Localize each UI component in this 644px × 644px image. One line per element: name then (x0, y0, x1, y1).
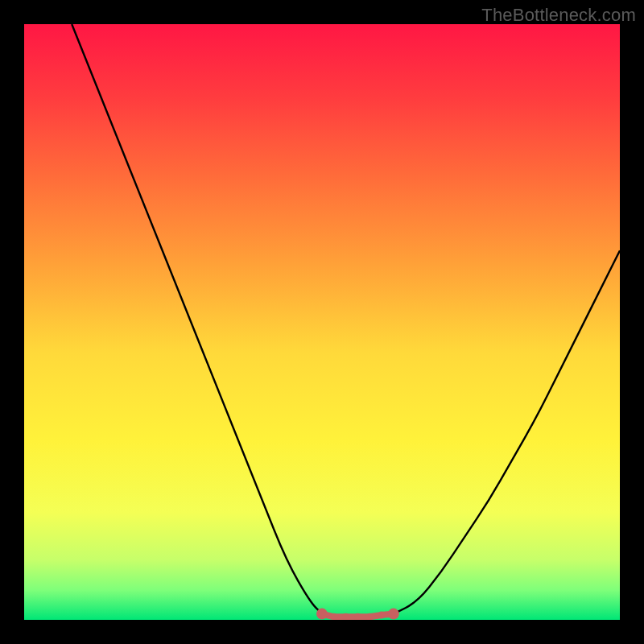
minimum-end-dot (388, 609, 399, 620)
minimum-end-dot (316, 609, 328, 620)
chart-frame: TheBottleneck.com (0, 0, 644, 644)
minimum-dot (378, 612, 386, 619)
left-branch-curve (72, 24, 322, 614)
plot-area (24, 24, 620, 620)
minimum-marker-group (316, 609, 399, 620)
watermark-text: TheBottleneck.com (481, 5, 636, 26)
right-branch-curve (394, 250, 620, 613)
curve-layer (24, 24, 620, 620)
